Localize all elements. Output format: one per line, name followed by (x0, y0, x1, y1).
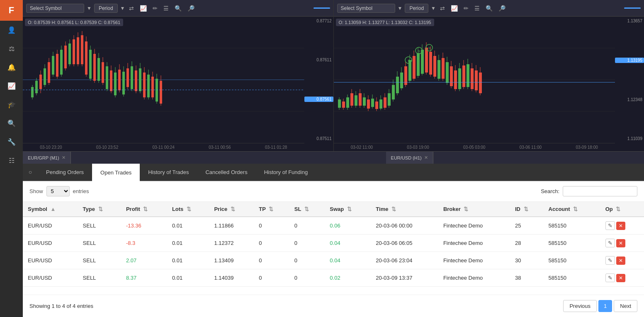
tab-cancelled-orders-label: Cancelled Orders (205, 169, 247, 175)
line-chart-icon-1[interactable]: 📈 (138, 3, 148, 13)
show-label: Show (29, 188, 43, 194)
price-label-3: 0.87511 (304, 136, 333, 141)
cell-broker-3: Fintechee Demo (438, 269, 510, 287)
cell-price-3: 1.14039 (209, 269, 254, 287)
col-symbol[interactable]: Symbol ▲ (23, 202, 78, 217)
col-op[interactable]: Op ⇅ (600, 202, 644, 217)
sidebar: F 👤 ⚖ 🔔 📈 🎓 🔍 🔧 ☷ (0, 0, 23, 317)
col-time[interactable]: Time ⇅ (371, 202, 438, 217)
tab-cancelled-orders[interactable]: Cancelled Orders (197, 164, 255, 181)
sidebar-icon-person[interactable]: 👤 (0, 21, 23, 39)
cell-swap-2: 0.04 (325, 252, 371, 269)
pencil-icon-1[interactable]: ✏ (151, 3, 159, 13)
cell-time-3: 20-03-09 13:37 (371, 269, 438, 287)
edit-btn-0[interactable]: ✎ (605, 221, 615, 230)
chart-tab-2[interactable]: EUR/USD (H1) ✕ (386, 152, 433, 164)
next-btn[interactable]: Next (614, 300, 637, 312)
time-label-1-1: 03-10 23:52 (96, 145, 118, 150)
time-label-2-4: 03-09 18:00 (576, 145, 598, 150)
pencil-icon-2[interactable]: ✏ (462, 3, 470, 13)
zoom-in-icon-2[interactable]: 🔍 (484, 3, 494, 13)
col-tp[interactable]: TP ⇅ (254, 202, 289, 217)
tab-pending-orders[interactable]: Pending Orders (38, 164, 92, 181)
col-price[interactable]: Price ⇅ (209, 202, 254, 217)
period-btn-1[interactable]: Period (94, 4, 118, 13)
edit-btn-3[interactable]: ✎ (605, 273, 615, 282)
col-sl[interactable]: SL ⇅ (289, 202, 325, 217)
chart-tab-1[interactable]: EUR/GRP (M1) ✕ (23, 152, 71, 164)
cell-lots-3: 0.01 (167, 269, 209, 287)
prev-btn[interactable]: Previous (563, 300, 597, 312)
delete-btn-1[interactable]: ✕ (616, 239, 625, 247)
data-table-wrapper: Symbol ▲ Type ⇅ Profit ⇅ Lots (23, 202, 644, 295)
chart-container-1: O: 0.87539 H: 0.87561 L: 0.87539 C: 0.87… (23, 17, 333, 151)
list-icon-1[interactable]: ☰ (162, 3, 170, 13)
price-label-2: 0.87611 (304, 58, 333, 62)
time-label-2-1: 03-03 19:00 (407, 145, 429, 150)
sidebar-icon-lens[interactable]: 🔍 (0, 114, 23, 133)
chart-svg-1 (23, 17, 304, 143)
col-profit[interactable]: Profit ⇅ (121, 202, 167, 217)
cell-op-3: ✎ ✕ (600, 269, 644, 287)
col-broker[interactable]: Broker ⇅ (438, 202, 510, 217)
chart-tab-1-close[interactable]: ✕ (62, 155, 66, 160)
search-input[interactable] (563, 186, 637, 196)
tab-history-funding[interactable]: History of Funding (256, 164, 316, 181)
sidebar-icon-bell[interactable]: 🔔 (0, 58, 23, 77)
cell-account-3: 585150 (544, 269, 600, 287)
symbol-select-1[interactable]: Select Symbol (26, 4, 84, 13)
cell-account-2: 585150 (544, 252, 600, 269)
swap-icon-1[interactable]: ⇄ (127, 3, 136, 13)
cell-id-2: 30 (510, 252, 544, 269)
delete-btn-3[interactable]: ✕ (616, 274, 625, 282)
price-axis-2: 1.13657 1.13195 1.12348 1.11039 (615, 17, 644, 143)
col-swap[interactable]: Swap ⇅ (325, 202, 371, 217)
col-id[interactable]: ID ⇅ (510, 202, 544, 217)
zoom-in-icon-1[interactable]: 🔍 (173, 3, 183, 13)
entries-select[interactable]: 5 10 25 50 100 (46, 186, 70, 196)
cell-symbol-1: EUR/USD (23, 235, 78, 252)
cell-swap-3: 0.02 (325, 269, 371, 287)
page-number-1[interactable]: 1 (598, 300, 612, 312)
sort-symbol-icon: ▲ (51, 206, 56, 212)
sidebar-logo[interactable]: F (0, 0, 23, 21)
zoom-out-icon-2[interactable]: 🔎 (497, 3, 507, 13)
sidebar-icon-chart[interactable]: 📈 (0, 77, 23, 95)
table-row: EUR/USD SELL -8.3 0.01 1.12372 0 0 0.04 … (23, 235, 644, 252)
cell-op-0: ✎ ✕ (600, 217, 644, 235)
tab-history-trades[interactable]: History of Trades (140, 164, 197, 181)
tab-open-trades[interactable]: Open Trades (92, 164, 140, 181)
swap-icon-2[interactable]: ⇄ (438, 3, 447, 13)
sidebar-icon-graduation[interactable]: 🎓 (0, 95, 23, 114)
time-label-1-2: 03-11 00:24 (153, 145, 175, 150)
sidebar-icon-wrench[interactable]: 🔧 (0, 133, 23, 151)
cell-id-1: 28 (510, 235, 544, 252)
sort-profit-icon: ⇅ (143, 206, 148, 212)
tab-history-funding-label: History of Funding (264, 169, 308, 175)
pagination-bar: Showing 1 to 4 of 4 entries Previous 1 N… (23, 295, 644, 317)
col-lots[interactable]: Lots ⇅ (167, 202, 209, 217)
search-label: Search: (541, 188, 559, 194)
edit-btn-1[interactable]: ✎ (605, 239, 615, 247)
edit-btn-2[interactable]: ✎ (605, 256, 615, 265)
price-axis-1: 0.87712 0.87611 0.87561 0.87511 (304, 17, 333, 143)
close-panel-btn[interactable]: ○ (23, 164, 38, 181)
sidebar-icon-scale[interactable]: ⚖ (0, 39, 23, 58)
sort-broker-icon: ⇅ (464, 206, 468, 212)
col-account[interactable]: Account ⇅ (544, 202, 600, 217)
zoom-out-icon-1[interactable]: 🔎 (186, 3, 196, 13)
period-btn-2[interactable]: Period (405, 4, 428, 13)
cell-type-0: SELL (78, 217, 121, 235)
delete-btn-0[interactable]: ✕ (616, 222, 625, 230)
list-icon-2[interactable]: ☰ (473, 3, 481, 13)
line-chart-icon-2[interactable]: 📈 (449, 3, 459, 13)
delete-btn-2[interactable]: ✕ (616, 257, 625, 265)
chart-tab-2-close[interactable]: ✕ (424, 155, 428, 160)
sort-op-icon: ⇅ (616, 206, 620, 212)
col-type[interactable]: Type ⇅ (78, 202, 121, 217)
cell-type-3: SELL (78, 269, 121, 287)
symbol-select-2[interactable]: Select Symbol (337, 4, 395, 13)
col-sl-label: SL (294, 206, 301, 212)
cell-lots-1: 0.01 (167, 235, 209, 252)
sidebar-icon-grid[interactable]: ☷ (0, 151, 23, 170)
